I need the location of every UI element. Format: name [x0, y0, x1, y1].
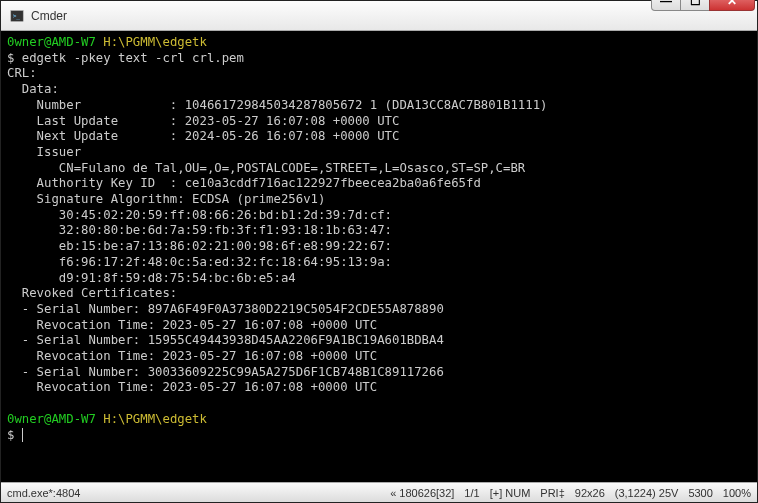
- out-line: eb:15:be:a7:13:86:02:21:00:98:6f:e8:99:2…: [7, 239, 392, 253]
- window-controls: — ☐ ✕: [652, 0, 755, 11]
- app-icon: >_: [9, 8, 25, 24]
- out-line: Authority Key ID : ce10a3cddf716ac122927…: [7, 176, 481, 190]
- close-icon: ✕: [727, 0, 737, 8]
- minimize-icon: —: [660, 0, 672, 8]
- status-seg: 5300: [688, 487, 712, 499]
- prompt-user: 0wner@AMD-W7: [7, 35, 96, 49]
- status-seg: 1/1: [464, 487, 479, 499]
- out-line: Revoked Certificates:: [7, 286, 177, 300]
- out-line: CRL:: [7, 66, 37, 80]
- out-line: Data:: [7, 82, 59, 96]
- out-line: - Serial Number: 30033609225C99A5A275D6F…: [7, 365, 444, 379]
- out-line: 32:80:80:be:6d:7a:59:fb:3f:f1:93:18:1b:6…: [7, 223, 392, 237]
- out-line: 30:45:02:20:59:ff:08:66:26:bd:b1:2d:39:7…: [7, 208, 392, 222]
- maximize-icon: ☐: [690, 0, 701, 8]
- out-line: Last Update : 2023-05-27 16:07:08 +0000 …: [7, 114, 399, 128]
- out-line: CN=Fulano de Tal,OU=,O=,POSTALCODE=,STRE…: [7, 161, 525, 175]
- status-seg: [+] NUM: [490, 487, 531, 499]
- titlebar[interactable]: >_ Cmder — ☐ ✕: [1, 1, 757, 31]
- out-line: Issuer: [7, 145, 81, 159]
- out-line: Signature Algorithm: ECDSA (prime256v1): [7, 192, 325, 206]
- out-line: Revocation Time: 2023-05-27 16:07:08 +00…: [7, 318, 377, 332]
- status-tab[interactable]: cmd.exe*:4804: [1, 487, 390, 499]
- status-seg: PRI‡: [540, 487, 564, 499]
- window-title: Cmder: [31, 9, 652, 23]
- status-seg: « 180626[32]: [390, 487, 454, 499]
- close-button[interactable]: ✕: [709, 0, 755, 11]
- prompt-path: H:\PGMM\edgetk: [103, 35, 207, 49]
- cursor: [22, 428, 23, 442]
- status-seg: 100%: [723, 487, 751, 499]
- out-line: Revocation Time: 2023-05-27 16:07:08 +00…: [7, 380, 377, 394]
- maximize-button[interactable]: ☐: [680, 0, 710, 11]
- status-right: « 180626[32] 1/1 [+] NUM PRI‡ 92x26 (3,1…: [390, 487, 757, 499]
- prompt-path: H:\PGMM\edgetk: [103, 412, 207, 426]
- svg-text:>_: >_: [13, 11, 21, 19]
- status-seg: (3,1224) 25V: [615, 487, 679, 499]
- status-seg: 92x26: [575, 487, 605, 499]
- prompt-user: 0wner@AMD-W7: [7, 412, 96, 426]
- out-line: f6:96:17:2f:48:0c:5a:ed:32:fc:18:64:95:1…: [7, 255, 392, 269]
- out-line: - Serial Number: 15955C49443938D45AA2206…: [7, 333, 444, 347]
- statusbar: cmd.exe*:4804 « 180626[32] 1/1 [+] NUM P…: [1, 482, 757, 502]
- command-text: edgetk -pkey text -crl crl.pem: [22, 51, 244, 65]
- prompt-symbol: $: [7, 428, 14, 442]
- out-line: Revocation Time: 2023-05-27 16:07:08 +00…: [7, 349, 377, 363]
- minimize-button[interactable]: —: [651, 0, 681, 11]
- out-line: Number : 104661729845034287805672 1 (DDA…: [7, 98, 547, 112]
- prompt-symbol: $: [7, 51, 14, 65]
- app-window: >_ Cmder — ☐ ✕ 0wner@AMD-W7 H:\PGMM\edge…: [0, 0, 758, 503]
- out-line: Next Update : 2024-05-26 16:07:08 +0000 …: [7, 129, 399, 143]
- out-line: d9:91:8f:59:d8:75:54:bc:6b:e5:a4: [7, 271, 296, 285]
- out-line: - Serial Number: 897A6F49F0A37380D2219C5…: [7, 302, 444, 316]
- terminal-area[interactable]: 0wner@AMD-W7 H:\PGMM\edgetk $ edgetk -pk…: [1, 31, 757, 482]
